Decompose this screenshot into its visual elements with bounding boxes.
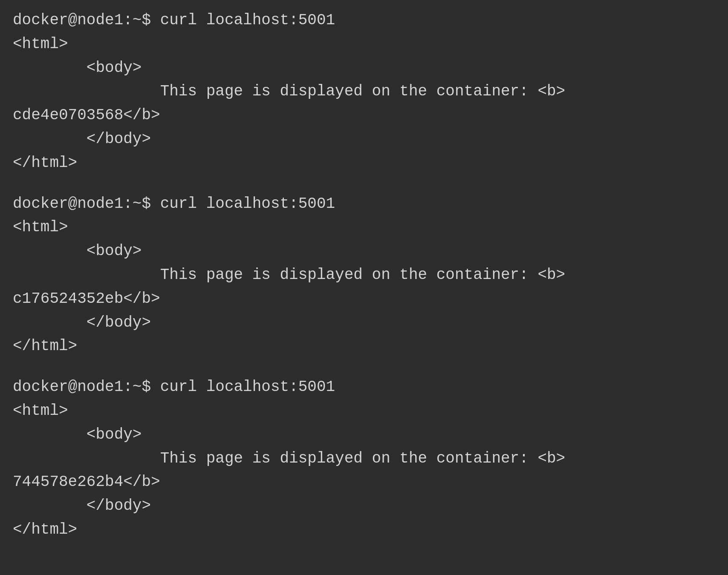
output-line: </html> (13, 151, 715, 175)
output-line: <html> (13, 399, 715, 423)
output-line: This page is displayed on the container:… (13, 80, 715, 104)
output-line: </body> (13, 494, 715, 518)
prompt-line: docker@node1:~$ curl localhost:5001 (13, 375, 715, 399)
output-line: This page is displayed on the container:… (13, 447, 715, 471)
terminal-block: docker@node1:~$ curl localhost:5001<html… (13, 9, 715, 175)
terminal-block: docker@node1:~$ curl localhost:5001<html… (13, 375, 715, 542)
output-line: </body> (13, 311, 715, 335)
prompt-line: docker@node1:~$ curl localhost:5001 (13, 9, 715, 32)
output-line: c176524352eb</b> (13, 287, 715, 311)
terminal-block: docker@node1:~$ curl localhost:5001<html… (13, 192, 715, 359)
output-line: <body> (13, 56, 715, 80)
output-line: </html> (13, 334, 715, 358)
output-line: <body> (13, 423, 715, 447)
output-line: cde4e0703568</b> (13, 104, 715, 127)
output-line: 744578e262b4</b> (13, 470, 715, 494)
output-line: <body> (13, 239, 715, 263)
prompt-line: docker@node1:~$ curl localhost:5001 (13, 192, 715, 216)
output-line: This page is displayed on the container:… (13, 263, 715, 287)
terminal-output: docker@node1:~$ curl localhost:5001<html… (13, 9, 715, 542)
output-line: </body> (13, 127, 715, 151)
output-line: <html> (13, 32, 715, 56)
output-line: <html> (13, 216, 715, 239)
output-line: </html> (13, 518, 715, 542)
